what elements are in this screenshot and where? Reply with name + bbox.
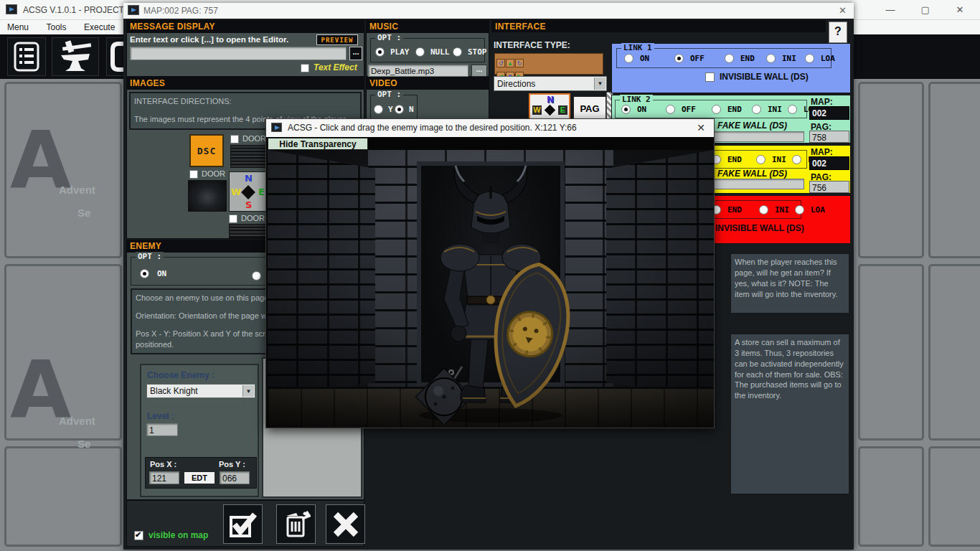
link3-map-label: MAP: <box>811 147 833 157</box>
item-note-box: When the player reaches this page, will … <box>730 253 850 314</box>
enemy-select-value: Black Knight <box>150 386 198 396</box>
link2-loa-radio[interactable] <box>788 105 797 114</box>
video-n-radio[interactable] <box>395 105 404 114</box>
interface-header: INTERFACE <box>491 20 826 32</box>
map-window-titlebar: MAP:002 PAG: 757 ✕ <box>123 3 854 19</box>
music-play-radio[interactable] <box>375 47 385 57</box>
pos-x-input[interactable]: 121 <box>149 471 179 484</box>
link3-ini-radio[interactable] <box>756 155 765 164</box>
visible-on-map-checkbox[interactable] <box>134 531 143 540</box>
choose-enemy-label: Choose Enemy : <box>147 370 215 380</box>
music-browse-button[interactable]: ... <box>471 65 487 77</box>
music-stop-radio[interactable] <box>453 47 462 57</box>
black-knight-image[interactable] <box>394 157 588 424</box>
x-icon <box>331 510 360 539</box>
link2-end-radio[interactable] <box>712 105 721 114</box>
link2-end-label: END <box>727 105 742 114</box>
door-image-north[interactable] <box>230 145 269 168</box>
help-button[interactable]: ? <box>829 22 847 43</box>
app-icon <box>271 123 282 132</box>
close-icon[interactable]: ✕ <box>839 5 847 16</box>
link2-map-label: MAP: <box>811 97 833 107</box>
images-info-title: INTERFACE DIRECTIONS: <box>134 96 357 107</box>
video-n-label: N <box>409 105 414 114</box>
menu-item-menu[interactable]: Menu <box>0 20 36 32</box>
link4-ini-radio[interactable] <box>759 205 768 215</box>
maximize-icon[interactable]: ▢ <box>910 1 941 15</box>
minimize-icon[interactable]: — <box>875 1 906 15</box>
interface-type-select[interactable]: Directions ▼ <box>494 76 607 91</box>
message-browse-button[interactable]: ... <box>349 47 362 60</box>
store-note-box: A store can sell a maximum of 3 items. T… <box>730 333 850 495</box>
message-text-input[interactable] <box>130 47 347 60</box>
link1-end-radio[interactable] <box>725 54 734 63</box>
message-hint: Enter text or click [...] to open the Ed… <box>130 35 315 44</box>
compass-n: N <box>245 173 253 184</box>
visible-on-map-label: visible on map <box>149 530 208 540</box>
chevron-down-icon[interactable]: ▼ <box>242 385 254 397</box>
dsc-tile[interactable]: DSC <box>189 134 224 167</box>
chevron-down-icon[interactable]: ▼ <box>594 77 606 90</box>
cancel-button[interactable] <box>326 504 365 544</box>
interface-type-preview: ↺▲↻ ◀▼▶ <box>494 53 603 75</box>
bg-grid-cell <box>4 446 122 547</box>
close-icon[interactable]: ✕ <box>944 1 976 15</box>
compass-n: N <box>547 95 554 105</box>
images-header: IMAGES <box>126 77 364 89</box>
link4-ini-label: INI <box>775 205 789 215</box>
hide-transparency-button[interactable]: Hide Transparency <box>268 138 368 150</box>
link1-panel: LINK 1 ON OFF END INI LOA INVISIBLE WALL… <box>611 43 851 93</box>
music-null-radio[interactable] <box>415 47 425 57</box>
enemy-opt-label: OPT : <box>136 252 164 261</box>
link2-ini-radio[interactable] <box>752 105 761 114</box>
link2-map-field: 002 <box>809 106 849 120</box>
confirm-button[interactable] <box>223 504 263 544</box>
message-display-header: MESSAGE DISPLAY <box>126 20 364 32</box>
enemy-select[interactable]: Black Knight ▼ <box>146 384 255 398</box>
enemy-bottom-bar: visible on map <box>126 500 364 547</box>
door-image-south[interactable] <box>229 224 268 238</box>
edt-button[interactable]: EDT <box>184 471 215 484</box>
compass-s: S <box>245 199 252 210</box>
door-image-west[interactable] <box>188 180 227 212</box>
link3-loa-radio[interactable] <box>792 155 801 164</box>
link1-off-radio[interactable] <box>674 54 684 63</box>
link4-loa-radio[interactable] <box>795 205 804 215</box>
video-header: VIDEO <box>366 77 489 89</box>
link2-ini-label: INI <box>768 105 782 114</box>
enemy-off-radio[interactable] <box>252 271 261 281</box>
level-input[interactable]: 1 <box>146 423 178 436</box>
door-checkbox-west[interactable] <box>189 170 198 179</box>
dialog-title: ACSG - Click and drag the enemy image to… <box>288 123 577 133</box>
menu-item-tools[interactable]: Tools <box>39 20 73 32</box>
enemy-on-radio[interactable] <box>140 269 149 278</box>
door-checkbox-south[interactable] <box>229 215 237 223</box>
link1-loa-label: LOA <box>821 54 835 63</box>
screen: ACSG V.1.0.1 - PROJECT:Test — ▢ ✕ Menu T… <box>0 0 980 551</box>
video-y-radio[interactable] <box>374 105 383 114</box>
link2-off-radio[interactable] <box>666 105 675 114</box>
interface-type-value: Directions <box>497 79 535 89</box>
menu-item-execute[interactable]: Execute <box>77 20 122 32</box>
pos-y-input[interactable]: 066 <box>220 471 250 484</box>
message-display-section: Enter text or click [...] to open the Ed… <box>126 32 364 77</box>
link1-wall-checkbox[interactable] <box>705 72 715 82</box>
rotate-ccw-icon: ↺ <box>496 59 505 67</box>
link1-on-radio[interactable] <box>624 54 633 63</box>
link1-loa-radio[interactable] <box>805 54 814 63</box>
compass-diamond <box>545 105 556 116</box>
text-effect-checkbox[interactable] <box>301 64 309 72</box>
door-checkbox-north[interactable] <box>230 135 239 143</box>
close-icon[interactable]: ✕ <box>697 122 705 133</box>
music-file-input[interactable]: Dexp_Battle.mp3 <box>368 65 468 77</box>
bg-grid-cell <box>858 82 924 258</box>
dungeon-scene[interactable] <box>268 150 714 428</box>
link2-on-radio[interactable] <box>621 105 631 114</box>
preview-button[interactable]: PREVIEW <box>316 34 358 45</box>
delete-button[interactable] <box>276 504 316 544</box>
anvil-icon <box>57 39 94 74</box>
music-opt-group: OPT : PLAY NULL STOP <box>370 38 485 62</box>
list-tool-button[interactable] <box>7 37 46 76</box>
link1-ini-radio[interactable] <box>766 54 776 63</box>
forge-tool-button[interactable] <box>52 37 99 76</box>
